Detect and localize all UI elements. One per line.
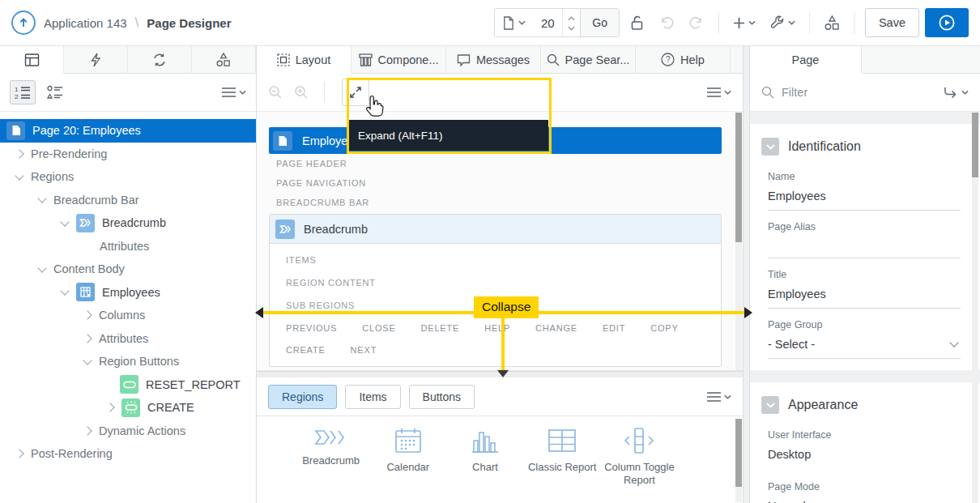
- collapse-section-icon[interactable]: [761, 138, 779, 156]
- tree-node-attributes[interactable]: Attributes: [0, 235, 256, 258]
- chevron-right-icon[interactable]: [83, 311, 92, 320]
- layout-menu-button[interactable]: [707, 87, 731, 97]
- tab-components[interactable]: Compone...: [352, 46, 446, 73]
- tree-node-reset-report[interactable]: RESET_REPORT: [0, 373, 256, 397]
- chevron-right-icon[interactable]: [15, 450, 23, 458]
- filter-input[interactable]: [782, 86, 935, 99]
- gallery-tab-regions[interactable]: Regions: [268, 385, 337, 409]
- numbered-list-view-button[interactable]: 12: [10, 80, 36, 104]
- panel-splitter[interactable]: [743, 46, 750, 503]
- spinner-down-button[interactable]: [568, 23, 575, 32]
- gallery-scrollbar-thumb[interactable]: [735, 419, 742, 487]
- gallery-item-column-toggle-report[interactable]: Column Toggle Report: [601, 426, 678, 503]
- name-input[interactable]: Employees: [768, 190, 961, 211]
- chevron-right-icon[interactable]: [15, 149, 23, 158]
- chevron-down-icon[interactable]: [60, 217, 69, 226]
- tree-node-regions[interactable]: Regions: [0, 165, 256, 189]
- object-list-view-button[interactable]: [42, 80, 68, 104]
- save-button[interactable]: Save: [865, 8, 919, 37]
- breadcrumb-application[interactable]: Application 143: [44, 16, 127, 30]
- zoom-in-icon[interactable]: [294, 85, 309, 100]
- go-to-group-button[interactable]: [943, 87, 969, 99]
- slot-previous[interactable]: PREVIOUS: [286, 323, 337, 333]
- chevron-right-icon[interactable]: [83, 426, 92, 435]
- page-number-input[interactable]: [533, 9, 562, 36]
- utilities-menu-button[interactable]: [765, 11, 799, 35]
- slot-items[interactable]: ITEMS: [286, 249, 721, 271]
- slot-breadcrumb-bar[interactable]: BREADCRUMB BAR: [276, 193, 743, 212]
- up-arrow-icon[interactable]: [11, 11, 36, 35]
- chevron-down-icon[interactable]: [37, 194, 46, 203]
- spinner-up-button[interactable]: [568, 13, 575, 23]
- canvas-scrollbar-thumb[interactable]: [735, 113, 742, 242]
- tab-help[interactable]: ? Help: [636, 46, 731, 73]
- tab-rendering[interactable]: [0, 46, 64, 74]
- tree-node-post-rendering[interactable]: Post-Rendering: [0, 442, 256, 466]
- title-input[interactable]: Employees: [768, 288, 961, 309]
- layout-toolbar: [257, 74, 743, 112]
- gallery-item-breadcrumb[interactable]: Breadcrumb: [292, 426, 369, 503]
- zoom-out-icon[interactable]: [268, 85, 283, 100]
- tree-node-breadcrumb[interactable]: Breadcrumb: [0, 211, 256, 235]
- chevron-down-icon[interactable]: [83, 356, 92, 364]
- slot-edit[interactable]: EDIT: [603, 323, 625, 333]
- slot-page-header[interactable]: PAGE HEADER: [276, 154, 743, 173]
- page-finder-button[interactable]: [495, 9, 533, 36]
- tree-node-columns[interactable]: Columns: [0, 304, 256, 327]
- slot-copy[interactable]: COPY: [650, 323, 678, 333]
- shared-components-button[interactable]: [820, 11, 845, 36]
- undo-button[interactable]: [654, 11, 679, 34]
- gallery-item-calendar[interactable]: Calendar: [369, 426, 446, 503]
- chevron-right-icon[interactable]: [105, 403, 114, 412]
- tree-node-pre-rendering[interactable]: Pre-Rendering: [0, 143, 256, 166]
- page-group-select[interactable]: - Select -: [768, 338, 961, 359]
- tree-node-region-buttons[interactable]: Region Buttons: [0, 350, 256, 373]
- gallery-tab-items[interactable]: Items: [345, 385, 400, 409]
- tree-node-content-body[interactable]: Content Body: [0, 258, 256, 281]
- gallery-menu-button[interactable]: [707, 392, 731, 402]
- collapse-section-icon[interactable]: [761, 396, 779, 414]
- slot-close[interactable]: CLOSE: [362, 323, 395, 333]
- tab-dynamic-actions[interactable]: [64, 46, 128, 73]
- tab-processing[interactable]: [128, 46, 192, 73]
- slot-help[interactable]: HELP: [484, 323, 510, 333]
- tab-page-properties[interactable]: Page: [750, 46, 862, 74]
- tree-node-dynamic-actions[interactable]: Dynamic Actions: [0, 420, 256, 443]
- properties-scrollbar-thumb[interactable]: [972, 113, 978, 177]
- tab-label: Messages: [476, 53, 530, 66]
- wrench-icon: [769, 15, 785, 31]
- tree-node-create[interactable]: CREATE: [0, 396, 256, 420]
- redo-button[interactable]: [684, 11, 709, 34]
- page-alias-input[interactable]: [768, 244, 961, 258]
- slot-region-content[interactable]: REGION CONTENT: [286, 271, 721, 294]
- breadcrumb-region-header[interactable]: Breadcrumb: [270, 215, 721, 244]
- run-page-button[interactable]: [925, 8, 969, 37]
- go-button[interactable]: Go: [580, 9, 619, 36]
- arrow-left-icon: [255, 307, 263, 318]
- chevron-down-icon[interactable]: [60, 287, 69, 296]
- tree-node-breadcrumb-bar[interactable]: Breadcrumb Bar: [0, 189, 256, 212]
- tree-node-employees-region[interactable]: Employees: [0, 281, 256, 305]
- gallery-item-chart[interactable]: Chart: [446, 426, 523, 503]
- gallery-tab-buttons[interactable]: Buttons: [409, 385, 475, 409]
- tab-layout[interactable]: Layout: [257, 46, 352, 74]
- slot-create[interactable]: CREATE: [286, 345, 326, 355]
- tab-messages[interactable]: Messages: [446, 46, 541, 73]
- slot-delete[interactable]: DELETE: [421, 323, 460, 333]
- page-mode-select[interactable]: Normal: [768, 500, 961, 503]
- slot-change[interactable]: CHANGE: [535, 323, 577, 333]
- tree-node-page[interactable]: Page 20: Employees: [0, 119, 256, 143]
- tab-page-search[interactable]: Page Sear...: [541, 46, 636, 73]
- tree-node-attributes-2[interactable]: Attributes: [0, 327, 256, 351]
- lock-icon-button[interactable]: [625, 11, 649, 35]
- tab-page-shared-components[interactable]: [192, 46, 256, 73]
- chevron-down-icon[interactable]: [37, 263, 46, 272]
- tree-menu-button[interactable]: [222, 87, 246, 97]
- create-menu-button[interactable]: [729, 13, 760, 33]
- chevron-down-icon[interactable]: [15, 171, 23, 180]
- chevron-right-icon[interactable]: [83, 334, 92, 343]
- slot-page-navigation[interactable]: PAGE NAVIGATION: [276, 173, 743, 193]
- tree-node-label: Dynamic Actions: [99, 424, 185, 437]
- slot-next[interactable]: NEXT: [351, 345, 377, 355]
- gallery-item-classic-report[interactable]: Classic Report: [524, 426, 601, 503]
